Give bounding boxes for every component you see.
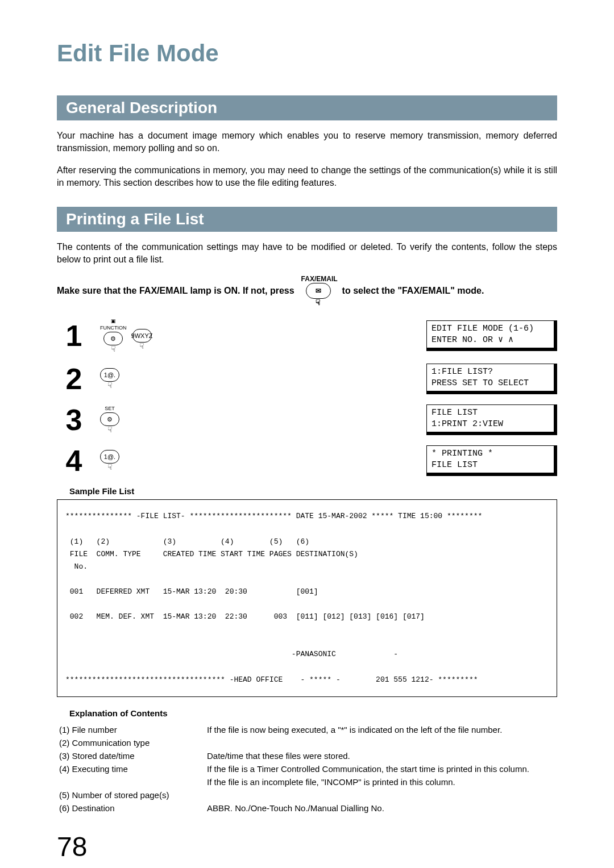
lcd-display: FILE LIST 1:PRINT 2:VIEW [426,404,557,435]
page-title: Edit File Mode [57,40,557,67]
key-label: SET [105,406,115,411]
explanation-label: (4) Executing time [59,763,207,775]
step-number: 1 [57,321,91,350]
step-row: 1 ▣ FUNCTION ⚙ ☟ 9WXYZ ☟ EDIT FILE MODE … [57,318,557,353]
lcd-display: EDIT FILE MODE (1-6) ENTER NO. OR ∨ ∧ [426,320,557,351]
explanation-label [59,776,207,788]
explanation-row: (2) Communication type [59,737,557,749]
function-key: ▣ FUNCTION ⚙ ☟ [100,318,127,353]
section-header-general: General Description [57,95,557,120]
hand-icon: ☟ [107,462,113,471]
one-key: 1@. ☟ [100,450,119,471]
section-header-printing: Printing a File List [57,207,557,232]
explanation-label: (5) Number of stored page(s) [59,789,207,801]
explanation-row: (3) Stored date/time Date/time that thes… [59,750,557,762]
set-button-icon: ⚙ [100,412,119,426]
hand-icon: ☟ [107,381,113,390]
paragraph: Your machine has a document image memory… [57,130,557,155]
fax-email-button: FAX/EMAIL ✉ ☟ [301,275,335,307]
step-row: 2 1@. ☟ 1:FILE LIST? PRESS SET TO SELECT [57,364,557,394]
explanation-label: (3) Stored date/time [59,750,207,762]
intro-text-a: Make sure that the FAX/EMAIL lamp is ON.… [57,286,294,296]
paragraph: After reserving the communications in me… [57,164,557,190]
hand-icon: ☟ [107,425,113,434]
digit-1-button-icon: 1@. [100,450,119,464]
sample-file-list-title: Sample File List [69,486,557,496]
explanation-row: (1) File number If the file is now being… [59,724,557,736]
intro-line: Make sure that the FAX/EMAIL lamp is ON.… [57,275,557,307]
step-number: 3 [57,405,91,435]
explanation-title: Explanation of Contents [69,708,557,718]
digit-1-button-icon: 1@. [100,368,119,382]
intro-text-b: to select the "FAX/EMAIL" mode. [342,286,484,296]
sample-file-list-box: *************** -FILE LIST- ************… [57,499,557,696]
nine-key: 9WXYZ ☟ [132,329,152,350]
hand-icon: ☟ [111,344,116,353]
explanation-desc [207,737,557,749]
explanation-row: If the file is an incomplete file, "INCO… [59,776,557,788]
explanation-label: (2) Communication type [59,737,207,749]
explanation-label: (1) File number [59,724,207,736]
paragraph: The contents of the communication settin… [57,241,557,266]
function-button-icon: ⚙ [103,332,123,345]
hand-icon: ☟ [139,341,144,350]
explanation-label: (6) Destination [59,802,207,814]
explanation-row: (5) Number of stored page(s) [59,789,557,801]
explanation-desc: If the file is now being executed, a "*"… [207,724,557,736]
explanation-desc: ABBR. No./One-Touch No./Manual Dialling … [207,802,557,814]
fax-email-label: FAX/EMAIL [301,275,335,283]
explanation-row: (4) Executing time If the file is a Time… [59,763,557,775]
digit-9-button-icon: 9WXYZ [132,329,152,343]
explanation-desc: If the file is a Timer Controlled Commun… [207,763,557,775]
one-key: 1@. ☟ [100,368,119,390]
key-label: ▣ [111,318,116,324]
explanation-desc: If the file is an incomplete file, "INCO… [207,776,557,788]
explanation-row: (6) Destination ABBR. No./One-Touch No./… [59,802,557,814]
set-key: SET ⚙ ☟ [100,406,119,434]
lcd-display: * PRINTING * FILE LIST [426,445,557,476]
explanation-desc: Date/time that these files were stored. [207,750,557,762]
step-number: 2 [57,364,91,394]
fax-email-icon: ✉ [306,283,331,299]
key-label: FUNCTION [100,325,127,331]
step-row: 3 SET ⚙ ☟ FILE LIST 1:PRINT 2:VIEW [57,404,557,435]
step-number: 4 [57,446,91,475]
lcd-display: 1:FILE LIST? PRESS SET TO SELECT [426,364,557,394]
step-row: 4 1@. ☟ * PRINTING * FILE LIST [57,445,557,476]
page-number: 78 [57,831,557,862]
explanation-desc [207,789,557,801]
hand-icon: ☟ [316,298,321,307]
